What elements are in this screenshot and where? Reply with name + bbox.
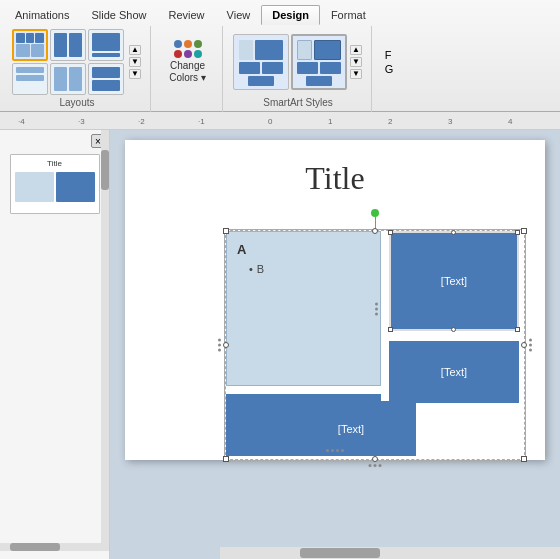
tab-slideshow[interactable]: Slide Show: [80, 5, 157, 24]
smartart-text-panel[interactable]: A • B: [226, 231, 381, 386]
slide-canvas[interactable]: Title A: [125, 140, 545, 460]
tab-design[interactable]: Design: [261, 5, 320, 25]
bottom-dot-3: [379, 464, 382, 467]
resize-dot-2: [375, 307, 378, 310]
color-dots-grid: [174, 40, 202, 58]
side-dot-1: [218, 339, 221, 342]
handle-bl[interactable]: [223, 456, 229, 462]
side-dot-r-1: [529, 339, 532, 342]
svg-text:2: 2: [388, 117, 393, 126]
smartart-box-top-right[interactable]: [Text]: [389, 231, 519, 331]
svg-text:1: 1: [328, 117, 333, 126]
ribbon-content: ▲ ▼ ▼ Layouts Ch: [0, 24, 560, 112]
smartart-box-top-right-label: [Text]: [441, 275, 467, 287]
layouts-expand[interactable]: ▼: [129, 69, 141, 79]
text-panel-content: A • B: [227, 232, 380, 285]
rotation-handle[interactable]: [371, 209, 379, 217]
format-g-button[interactable]: G: [385, 63, 394, 75]
layouts-grid: [12, 29, 124, 95]
smartart-scroll-down[interactable]: ▼: [350, 57, 362, 67]
smartart-styles-label: SmartArt Styles: [263, 95, 332, 110]
canvas-hscrollbar[interactable]: [220, 547, 560, 559]
ribbon: Animations Slide Show Review View Design…: [0, 0, 560, 112]
smartart-box-bottom[interactable]: [Text]: [286, 401, 416, 456]
tab-animations[interactable]: Animations: [4, 5, 80, 24]
handle-bc[interactable]: [372, 456, 378, 462]
ruler-inner: ·4 ·3 ·2 ·1 0 1 2 3 4: [0, 112, 560, 129]
color-dot-1: [184, 40, 192, 48]
smartart-box-mid-right-label: [Text]: [441, 366, 467, 378]
layout-item-2[interactable]: [88, 29, 124, 61]
svg-text:3: 3: [448, 117, 453, 126]
svg-text:·1: ·1: [198, 117, 205, 126]
change-colors-button[interactable]: ChangeColors ▾: [162, 35, 213, 89]
box-handle-tc[interactable]: [451, 230, 456, 235]
right-side-dots: [529, 339, 532, 352]
smartart-bottom-dots: [326, 449, 344, 452]
svg-text:4: 4: [508, 117, 513, 126]
text-b: B: [257, 263, 264, 275]
color-dot-0: [174, 40, 182, 48]
handle-br[interactable]: [521, 456, 527, 462]
smartart-styles-dropdown[interactable]: ▲ ▼ ▼: [349, 45, 363, 79]
sidebar-hscroll-thumb[interactable]: [10, 543, 60, 551]
svg-text:0: 0: [268, 117, 273, 126]
text-a: A: [237, 242, 370, 257]
group-smartart-styles: ▲ ▼ ▼ SmartArt Styles: [225, 26, 372, 112]
bottom-dots: [369, 464, 382, 467]
sidebar-vscroll-thumb[interactable]: [101, 150, 109, 190]
svg-text:·3: ·3: [78, 117, 85, 126]
bottom-dot-1: [369, 464, 372, 467]
sidebar-hscroll[interactable]: [0, 543, 101, 551]
layout-item-4[interactable]: [50, 63, 86, 95]
layout-item-1[interactable]: [50, 29, 86, 61]
tab-review[interactable]: Review: [157, 5, 215, 24]
smartart-style-1[interactable]: [291, 34, 347, 90]
layout-item-5[interactable]: [88, 63, 124, 95]
box-handle-bc[interactable]: [451, 327, 456, 332]
box-handle-tl[interactable]: [388, 230, 393, 235]
slide-thumbnail[interactable]: Title: [10, 154, 100, 214]
sidebar-vscroll[interactable]: [101, 130, 109, 551]
layouts-label: Layouts: [59, 95, 94, 110]
layouts-dropdown[interactable]: ▲ ▼ ▼: [128, 45, 142, 79]
bottom-dot-2: [374, 464, 377, 467]
resize-dot-3: [375, 312, 378, 315]
group-change-colors: ChangeColors ▾ space: [153, 26, 223, 112]
svg-text:·2: ·2: [138, 117, 145, 126]
layouts-scroll-up[interactable]: ▲: [129, 45, 141, 55]
smartart-box-mid-right[interactable]: [Text]: [389, 341, 519, 403]
slide-title: Title: [125, 140, 545, 197]
smartart-scroll-up[interactable]: ▲: [350, 45, 362, 55]
side-dot-r-3: [529, 349, 532, 352]
color-dot-5: [194, 50, 202, 58]
text-panel-resize-dots: [375, 302, 378, 315]
handle-tc[interactable]: [372, 228, 378, 234]
smartart-style-0[interactable]: [233, 34, 289, 90]
layout-item-0[interactable]: [12, 29, 48, 61]
group-format-right: F G sp: [374, 26, 404, 112]
smartart-container[interactable]: A • B [Text]: [225, 230, 525, 460]
layouts-scroll-down[interactable]: ▼: [129, 57, 141, 67]
smartart-expand[interactable]: ▼: [350, 69, 362, 79]
layout-item-3[interactable]: [12, 63, 48, 95]
format-f-button[interactable]: F: [385, 49, 394, 61]
color-dot-2: [194, 40, 202, 48]
left-side-dots: [218, 339, 221, 352]
box-handle-bl[interactable]: [388, 327, 393, 332]
svg-text:·4: ·4: [18, 117, 25, 126]
box-handle-br[interactable]: [515, 327, 520, 332]
color-dot-4: [184, 50, 192, 58]
handle-tr[interactable]: [521, 228, 527, 234]
handle-ml[interactable]: [223, 342, 229, 348]
canvas-hscroll-thumb[interactable]: [300, 548, 380, 558]
box-handle-tr[interactable]: [515, 230, 520, 235]
handle-mr[interactable]: [521, 342, 527, 348]
side-dot-r-2: [529, 344, 532, 347]
tab-view[interactable]: View: [216, 5, 262, 24]
text-b-item: • B: [237, 263, 370, 275]
group-layouts: ▲ ▼ ▼ Layouts: [4, 26, 151, 112]
handle-tl[interactable]: [223, 228, 229, 234]
change-colors-label: ChangeColors ▾: [169, 60, 206, 84]
tab-format[interactable]: Format: [320, 5, 377, 24]
